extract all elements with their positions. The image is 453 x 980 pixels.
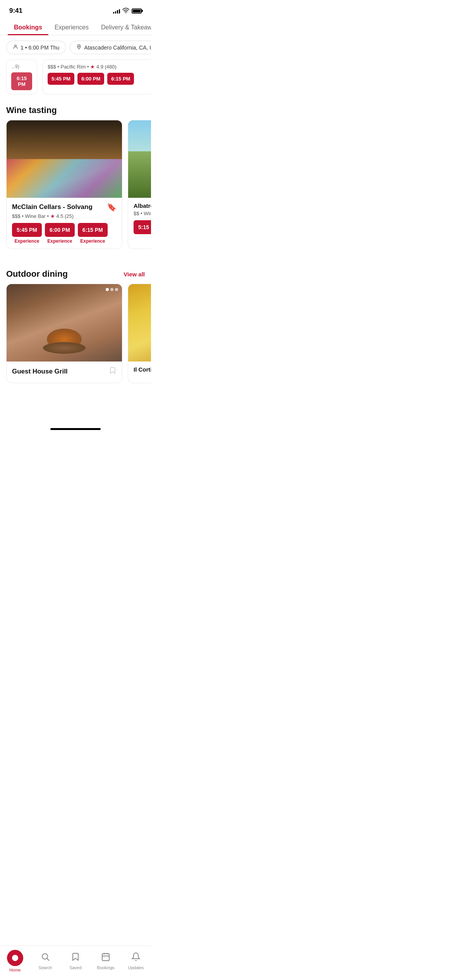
wine-tasting-title: Wine tasting bbox=[6, 105, 57, 115]
guest-house-name: Guest House Grill bbox=[12, 368, 68, 375]
mcclain-image bbox=[7, 120, 122, 198]
time-button[interactable]: 6:15 PM bbox=[11, 72, 32, 90]
battery-icon bbox=[132, 9, 142, 14]
time-col-3: 6:15 PM Experience bbox=[78, 223, 108, 244]
mcclain-time-615[interactable]: 6:15 PM bbox=[78, 223, 108, 237]
albatross-time-515[interactable]: 5:15 PM bbox=[134, 220, 151, 234]
il-cortile-image bbox=[128, 284, 151, 362]
home-indicator bbox=[50, 428, 101, 430]
outdoor-dining-title: Outdoor dining bbox=[6, 269, 68, 279]
status-bar: 9:41 bbox=[0, 0, 151, 19]
mcclain-bookmark[interactable]: 🔖 bbox=[107, 202, 117, 212]
svg-point-0 bbox=[125, 12, 126, 13]
outdoor-dining-scroll: Guest House Grill Il Cortile Rist... bbox=[0, 284, 151, 422]
main-tabs: Bookings Experiences Delivery & Takeaway bbox=[0, 19, 151, 35]
tab-experiences[interactable]: Experiences bbox=[48, 19, 95, 35]
filter-row: 1 • 6:00 PM Thu Atascadero California, C… bbox=[0, 35, 151, 60]
experience-label-1: Experience bbox=[14, 238, 39, 244]
albatross-meta: $$ • Winery • ★ 4 bbox=[134, 211, 151, 216]
location-icon bbox=[76, 44, 82, 51]
pacific-rim-meta: $$$ • Pacific Rim • ★ 4.9 (480) bbox=[48, 64, 151, 70]
guest-house-body: Guest House Grill bbox=[7, 362, 122, 383]
albatross-times: 5:15 PM ... bbox=[134, 220, 151, 234]
restaurant-card-pacific-rim[interactable]: $$$ • Pacific Rim • ★ 4.9 (480) 5:45 PM … bbox=[43, 60, 151, 94]
card-meta-partial: ...9) bbox=[11, 64, 32, 69]
status-time: 9:41 bbox=[9, 7, 22, 15]
view-all-outdoor[interactable]: View all bbox=[124, 271, 145, 278]
albatross-title-row: Albatross Rid... bbox=[134, 202, 151, 209]
il-cortile-body: Il Cortile Rist... bbox=[128, 362, 151, 379]
il-cortile-title-row: Il Cortile Rist... bbox=[134, 366, 151, 373]
albatross-image bbox=[128, 120, 151, 198]
guests-filter-label: 1 • 6:00 PM Thu bbox=[21, 45, 59, 51]
location-filter[interactable]: Atascadero California, CA, United St... bbox=[70, 41, 151, 54]
mcclain-time-545[interactable]: 5:45 PM bbox=[12, 223, 42, 237]
time-button-545[interactable]: 5:45 PM bbox=[48, 73, 74, 85]
venue-card-mcclain[interactable]: McClain Cellars - Solvang 🔖 $$$ • Wine B… bbox=[6, 120, 122, 249]
venue-card-guest-house[interactable]: Guest House Grill bbox=[6, 284, 122, 383]
status-icons bbox=[113, 8, 142, 14]
outdoor-dining-header: Outdoor dining View all bbox=[0, 261, 151, 284]
restaurant-card-partial-left[interactable]: ...9) 6:15 PM bbox=[6, 60, 37, 94]
dot-o2 bbox=[110, 288, 113, 291]
experience-label-3: Experience bbox=[80, 238, 105, 244]
image-dots-outdoor bbox=[106, 288, 118, 291]
time-button-615[interactable]: 6:15 PM bbox=[107, 73, 134, 85]
il-cortile-name: Il Cortile Rist... bbox=[134, 366, 151, 373]
dot-o1 bbox=[106, 288, 109, 291]
guest-house-title-row: Guest House Grill bbox=[12, 366, 117, 377]
tab-bookings[interactable]: Bookings bbox=[8, 19, 48, 35]
dot-o3 bbox=[115, 288, 118, 291]
wine-tasting-header: Wine tasting bbox=[0, 98, 151, 120]
restaurant-cards-scroll: ...9) 6:15 PM $$$ • Pacific Rim • ★ 4.9 … bbox=[0, 60, 151, 94]
guest-house-image bbox=[7, 284, 122, 362]
tab-delivery[interactable]: Delivery & Takeaway bbox=[95, 19, 151, 35]
mcclain-name: McClain Cellars - Solvang bbox=[12, 203, 93, 211]
svg-point-2 bbox=[79, 46, 80, 47]
venue-card-albatross[interactable]: Albatross Rid... $$ • Winery • ★ 4 5:15 … bbox=[128, 120, 151, 249]
time-button-600[interactable]: 6:00 PM bbox=[77, 73, 104, 85]
time-col-1: 5:45 PM Experience bbox=[12, 223, 42, 244]
signal-icon bbox=[113, 8, 120, 14]
person-icon bbox=[13, 44, 18, 51]
venue-card-il-cortile[interactable]: Il Cortile Rist... bbox=[128, 284, 151, 383]
guests-filter[interactable]: 1 • 6:00 PM Thu bbox=[6, 41, 66, 54]
mcclain-body: McClain Cellars - Solvang 🔖 $$$ • Wine B… bbox=[7, 198, 122, 248]
mcclain-times: 5:45 PM Experience 6:00 PM Experience 6:… bbox=[12, 223, 117, 244]
wine-tasting-scroll: McClain Cellars - Solvang 🔖 $$$ • Wine B… bbox=[0, 120, 151, 255]
mcclain-meta: $$$ • Wine Bar • ★ 4.5 (25) bbox=[12, 213, 117, 219]
albatross-name: Albatross Rid... bbox=[134, 202, 151, 209]
time-col-2: 6:00 PM Experience bbox=[45, 223, 75, 244]
guest-house-save[interactable] bbox=[109, 366, 117, 377]
location-filter-label: Atascadero California, CA, United St... bbox=[84, 45, 151, 51]
wifi-icon bbox=[122, 8, 129, 14]
mcclain-title-row: McClain Cellars - Solvang 🔖 bbox=[12, 202, 117, 212]
svg-point-1 bbox=[15, 45, 17, 47]
experience-label-2: Experience bbox=[47, 238, 72, 244]
mcclain-time-600[interactable]: 6:00 PM bbox=[45, 223, 75, 237]
albatross-body: Albatross Rid... $$ • Winery • ★ 4 5:15 … bbox=[128, 198, 151, 239]
